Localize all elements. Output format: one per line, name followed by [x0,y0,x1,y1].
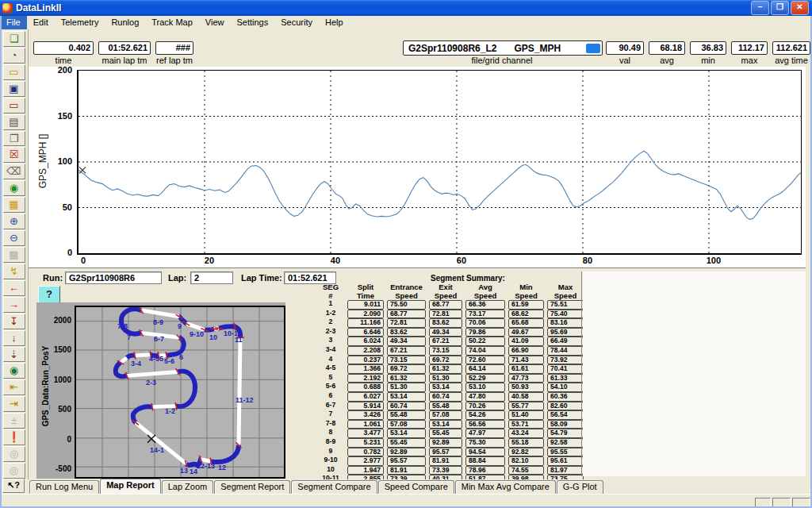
avg-cell: 54.26 [465,410,505,420]
tab-segment-report[interactable]: Segment Report [214,480,290,494]
time-value: 0.402 [33,41,94,55]
run-label: Run: [43,273,63,283]
col-header: Split [347,283,384,291]
exit-cell: 92.89 [429,438,462,448]
col-header: Max [547,283,584,291]
ref-lap-tm-value: ### [155,41,193,55]
ref-lap-tm-label: ref lap tm [155,56,193,65]
menu-runlog[interactable]: Runlog [105,16,145,29]
max-cell: 61.33 [547,374,584,383]
menu-file[interactable]: File [0,16,27,29]
col-header: Exit [429,283,462,291]
save-icon[interactable]: ▣ [3,81,25,97]
tab-speed-compare[interactable]: Speed Compare [378,480,454,494]
col-header: SEG [317,283,344,291]
tab-segment-compare[interactable]: Segment Compare [291,480,377,494]
menu-view[interactable]: View [199,16,231,29]
run-field[interactable]: G2Spr110908R6 [65,271,162,284]
entrance-cell: 72.81 [387,318,426,328]
menu-telemetry[interactable]: Telemetry [55,16,105,29]
menu-edit[interactable]: Edit [27,16,55,29]
segment-summary-table: Segment Summary: SEGSplitEntranceExitAvg… [317,274,612,493]
table-row-seg-7: 73.42655.4857.0854.2651.4056.54 [317,410,612,420]
exit-cell: 57.08 [429,410,462,420]
next-lap-icon[interactable]: → [3,297,25,313]
zoom-in-icon[interactable]: ⊕ [3,214,25,229]
eraser-icon[interactable]: ⌫ [3,164,25,179]
entrance-cell: 57.08 [387,420,426,429]
split-cell: 0.688 [347,383,384,392]
min-value: 36.83 [690,41,726,55]
avg-cell: 73.17 [465,310,505,319]
menu-settings[interactable]: Settings [230,16,274,29]
tab-run-log-menu[interactable]: Run Log Menu [29,480,99,494]
import-folder-icon[interactable]: ▭ [3,98,25,114]
track-map[interactable]: 7-878-999-101010-111111-121212-13131414-… [75,306,285,479]
menu-help[interactable]: Help [319,16,350,29]
min-cell: 43.24 [508,429,544,438]
globe-icon[interactable]: ◉ [3,363,25,379]
channel-color-swatch [586,44,600,53]
print-icon[interactable]: ▤ [3,114,25,130]
max-cell: 70.41 [547,364,584,374]
zoom-out-icon[interactable]: ⊖ [3,230,25,246]
tab-min-max-avg-compare[interactable]: Min Max Avg Compare [455,480,556,494]
speed-trace-plot[interactable] [77,70,802,255]
prev-lap-icon[interactable]: ← [3,280,25,296]
cursor-down-icon[interactable]: ↓ [3,330,25,346]
tab-map-report[interactable]: Map Report [100,479,161,494]
tab-lap-zoom[interactable]: Lap Zoom [162,480,214,494]
map-segment-label-7-8: 7-8 [117,323,128,331]
minimize-button[interactable]: – [751,1,769,15]
map-y-tick-0: 0 [44,435,71,444]
split-cell: 3.426 [347,410,384,420]
col-header: Speed [508,291,544,300]
copy-icon[interactable]: ❐ [3,131,25,147]
seg-cell: 10 [317,466,344,474]
min-cell: 40.58 [508,392,544,402]
shift-left-icon[interactable]: ⇤ [3,379,25,395]
tab-g-g-plot[interactable]: G-G Plot [557,480,603,494]
map-segment-label-5: 5 [159,355,163,363]
new-file-icon[interactable]: ❏ [3,31,25,47]
title-bar[interactable]: DataLinkII – ❐ ✕ [0,0,812,16]
min-cell: 71.43 [508,356,544,365]
col-header: Speed [429,291,462,300]
split-cell: 6.027 [347,392,384,402]
seg-cell: 1 [317,300,344,308]
menu-security[interactable]: Security [274,16,319,29]
open-folder-icon[interactable]: ▭ [3,64,25,80]
autoscale-icon[interactable]: ↯ [3,264,25,279]
max-cell: 66.49 [547,337,584,346]
runlog-folder-icon[interactable]: ▦ [3,197,25,213]
seg-cell: 6 [317,392,344,400]
time-label: time [33,56,94,65]
split-cell: 2.192 [347,374,384,383]
graph-export-icon[interactable]: ☒ [3,147,25,163]
menu-track-map[interactable]: Track Map [145,16,199,29]
shift-right-icon[interactable]: ⇥ [3,396,25,412]
avg-cell: 70.06 [465,318,505,328]
entrance-cell: 73.15 [387,356,426,365]
telemetry-send-icon[interactable]: ◉ [3,180,25,196]
file-grid-channel-select[interactable]: G2Spr110908R6_L2 GPS_MPH [403,40,603,56]
segment-alert-icon[interactable]: ❗ [3,429,25,445]
x-tick-100: 100 [702,256,726,265]
track-map-panel: GPS_Data:Run_PosY 2000150010005000-500 7… [36,302,285,479]
cursor-drop-icon[interactable]: ↧ [3,314,25,329]
lap-field[interactable]: 2 [190,271,233,284]
context-help-icon[interactable]: ↖? [2,479,25,493]
world-time-icon[interactable]: ◔ [3,48,25,64]
lap-label: Lap: [168,273,186,283]
close-button[interactable]: ✕ [791,1,809,15]
split-cell: 3.477 [347,429,384,438]
cursor-mark-icon[interactable]: ⇣ [3,347,25,363]
restore-button[interactable]: ❐ [771,1,789,15]
table-row-seg-3: 36.02449.3467.2150.2241.0966.49 [317,337,612,346]
map-help-button[interactable]: ? [38,286,60,303]
seg-cell: 8-9 [317,438,344,446]
avg-cell: 47.97 [465,429,505,438]
map-y-tick-500: 500 [44,405,71,414]
menu-bar: FileEditTelemetryRunlogTrack MapViewSett… [0,16,812,30]
table-row-seg-7-8: 7-81.06157.0853.1456.5653.7158.09 [317,420,612,429]
